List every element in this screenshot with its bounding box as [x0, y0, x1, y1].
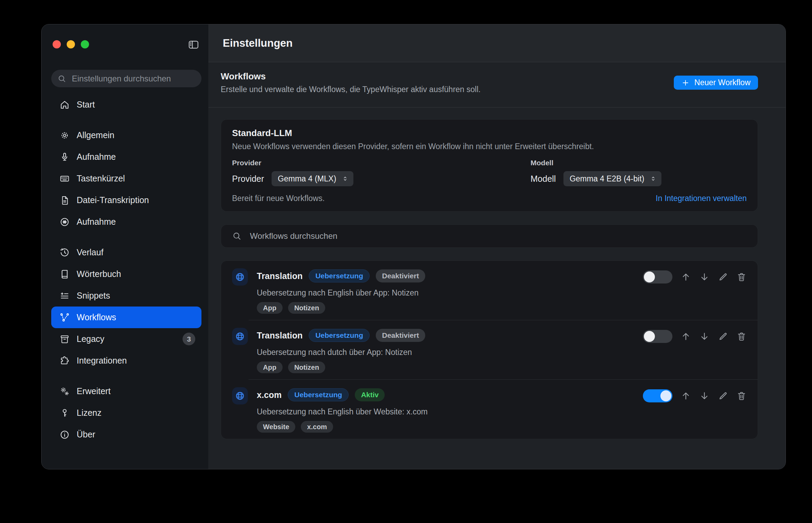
globe-icon	[232, 268, 248, 286]
delete-icon[interactable]	[736, 391, 747, 401]
minimize-button[interactable]	[67, 40, 75, 48]
model-value: Gemma 4 E2B (4-bit)	[570, 174, 644, 183]
llm-status-text: Bereit für neue Workflows.	[232, 194, 325, 203]
key-icon	[59, 408, 70, 418]
sidebar-item-label: Start	[77, 100, 95, 110]
toggle-knob	[644, 271, 655, 282]
main-header: Einstellungen	[208, 24, 786, 62]
workflow-enabled-toggle[interactable]	[643, 270, 672, 283]
workflow-title: x.com	[257, 390, 282, 400]
edit-icon[interactable]	[718, 331, 728, 342]
model-dropdown[interactable]: Gemma 4 E2B (4-bit)	[563, 171, 661, 186]
plus-icon	[681, 79, 690, 87]
sidebar-item-label: Verlauf	[77, 247, 103, 257]
keyboard-icon	[59, 174, 70, 184]
type-badge: Uebersetzung	[309, 329, 370, 342]
sidebar-item-verlauf[interactable]: Verlauf	[51, 242, 201, 263]
sidebar-item-legacy[interactable]: Legacy 3	[51, 328, 201, 350]
sidebar-search-input[interactable]	[71, 74, 195, 84]
gear-icon	[59, 130, 70, 141]
sidebar-item-tastenkuerzel[interactable]: Tastenkürzel	[51, 168, 201, 189]
move-up-icon[interactable]	[681, 331, 691, 342]
sidebar-item-datei-transkription[interactable]: Datei-Transkription	[51, 189, 201, 211]
settings-window: Start Allgemein Aufnahme	[41, 24, 786, 469]
provider-value: Gemma 4 (MLX)	[278, 174, 336, 183]
workflow-search-input[interactable]	[249, 231, 747, 241]
sidebar-item-aufnahme[interactable]: Aufnahme	[51, 146, 201, 168]
standard-llm-title: Standard-LLM	[232, 128, 747, 138]
sidebar-item-ueber[interactable]: Über	[51, 424, 201, 445]
globe-icon	[232, 328, 248, 345]
standard-llm-card: Standard-LLM Neue Workflows verwenden di…	[221, 119, 758, 212]
workflow-enabled-toggle[interactable]	[643, 389, 672, 402]
sidebar-item-label: Tastenkürzel	[77, 174, 125, 183]
move-down-icon[interactable]	[699, 272, 710, 282]
sidebar-item-label: Aufnahme	[77, 152, 116, 162]
workflow-tag: x.com	[301, 421, 333, 433]
sidebar-item-label: Integrationen	[77, 356, 127, 366]
chevron-updown-icon	[342, 175, 349, 182]
sidebar-item-snippets[interactable]: Snippets	[51, 285, 201, 307]
workflow-tag: Notizen	[288, 302, 325, 314]
sidebar-item-erweitert[interactable]: Erweitert	[51, 380, 201, 402]
move-up-icon[interactable]	[681, 272, 691, 282]
sidebar-item-label: Legacy	[77, 334, 105, 344]
workflow-row: Translation Uebersetzung Deaktiviert Ueb…	[221, 320, 758, 379]
puzzle-icon	[59, 356, 70, 366]
edit-icon[interactable]	[718, 272, 728, 282]
provider-column-label: Provider	[232, 159, 530, 167]
new-workflow-label: Neuer Workflow	[694, 78, 750, 87]
sidebar-toggle-icon[interactable]	[188, 39, 199, 51]
workflow-search[interactable]	[221, 224, 758, 248]
sidebar-item-allgemein[interactable]: Allgemein	[51, 124, 201, 146]
close-button[interactable]	[53, 40, 61, 48]
sidebar-item-workflows[interactable]: Workflows	[51, 307, 201, 328]
sidebar-search[interactable]	[51, 70, 201, 87]
workflow-row: x.com Uebersetzung Aktiv Uebersetzung na…	[221, 380, 758, 439]
info-icon	[59, 430, 70, 440]
sidebar-item-label: Erweitert	[77, 386, 111, 396]
standard-llm-description: Neue Workflows verwenden diesen Provider…	[232, 142, 747, 151]
workflow-description: Uebersetzung nach English über Website: …	[257, 407, 636, 416]
zoom-button[interactable]	[81, 40, 89, 48]
workflow-title: Translation	[257, 331, 303, 341]
sidebar-item-label: Wörterbuch	[77, 269, 121, 279]
sidebar-item-start[interactable]: Start	[51, 94, 201, 115]
workflow-list: Translation Uebersetzung Deaktiviert Ueb…	[221, 260, 758, 439]
delete-icon[interactable]	[736, 272, 747, 282]
move-down-icon[interactable]	[699, 331, 710, 342]
sidebar: Start Allgemein Aufnahme	[42, 24, 208, 469]
sidebar-item-integrationen[interactable]: Integrationen	[51, 350, 201, 371]
workflow-icon	[59, 312, 70, 323]
page-title: Einstellungen	[223, 37, 293, 49]
main-pane: Einstellungen Workflows Erstelle und ver…	[208, 24, 786, 469]
sidebar-item-aufnahme-2[interactable]: Aufnahme	[51, 211, 201, 233]
workflow-tag: Website	[257, 421, 295, 433]
sidebar-item-label: Lizenz	[77, 408, 101, 418]
status-badge: Aktiv	[355, 388, 385, 401]
legacy-count-badge: 3	[183, 333, 195, 345]
archive-icon	[59, 334, 70, 344]
workflow-description: Uebersetzung nach English über App: Noti…	[257, 288, 636, 298]
move-up-icon[interactable]	[681, 391, 691, 401]
document-icon	[59, 195, 70, 205]
type-badge: Uebersetzung	[288, 388, 349, 401]
type-badge: Uebersetzung	[309, 269, 370, 282]
manage-integrations-link[interactable]: In Integrationen verwalten	[656, 194, 747, 203]
move-down-icon[interactable]	[699, 391, 710, 401]
history-icon	[59, 247, 70, 258]
delete-icon[interactable]	[736, 331, 747, 342]
provider-dropdown[interactable]: Gemma 4 (MLX)	[272, 171, 353, 186]
status-badge: Deaktiviert	[376, 329, 425, 342]
waveform-icon	[59, 217, 70, 227]
workflow-enabled-toggle[interactable]	[643, 330, 672, 343]
workflows-section-header: Workflows Erstelle und verwalte die Work…	[208, 62, 786, 108]
edit-icon[interactable]	[718, 391, 728, 401]
sidebar-item-woerterbuch[interactable]: Wörterbuch	[51, 263, 201, 285]
chevron-updown-icon	[650, 175, 657, 182]
gears-icon	[59, 386, 70, 397]
sidebar-item-lizenz[interactable]: Lizenz	[51, 402, 201, 424]
new-workflow-button[interactable]: Neuer Workflow	[674, 76, 758, 90]
workflow-tag: App	[257, 302, 283, 314]
section-description: Erstelle und verwalte die Workflows, die…	[221, 85, 481, 94]
